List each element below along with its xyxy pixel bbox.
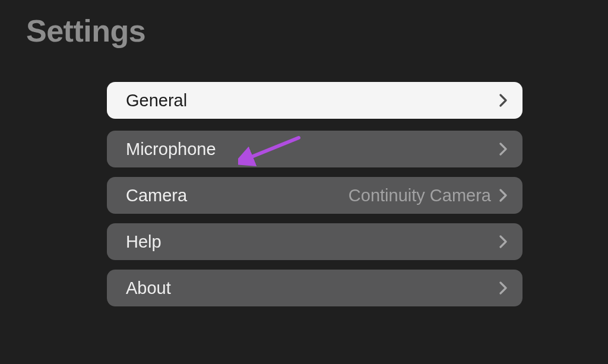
settings-item-label: Help — [126, 232, 162, 252]
settings-item-value: Continuity Camera — [349, 186, 491, 205]
settings-item-right — [499, 281, 507, 295]
chevron-right-icon — [499, 235, 507, 248]
chevron-right-icon — [499, 143, 507, 156]
chevron-right-icon — [499, 94, 507, 107]
settings-list: General Microphone Camera Continuity Cam… — [107, 82, 522, 316]
settings-item-general[interactable]: General — [107, 82, 522, 119]
settings-item-label: Camera — [126, 186, 187, 205]
settings-item-microphone[interactable]: Microphone — [107, 131, 522, 167]
settings-item-right — [499, 94, 507, 107]
settings-item-label: Microphone — [126, 140, 216, 159]
settings-item-label: General — [126, 91, 187, 110]
settings-item-right: Continuity Camera — [349, 186, 507, 205]
settings-item-label: About — [126, 278, 171, 298]
settings-item-about[interactable]: About — [107, 270, 522, 306]
chevron-right-icon — [499, 281, 507, 295]
settings-item-help[interactable]: Help — [107, 223, 522, 260]
chevron-right-icon — [499, 189, 507, 202]
settings-item-camera[interactable]: Camera Continuity Camera — [107, 177, 522, 214]
page-title: Settings — [26, 13, 145, 49]
settings-item-right — [499, 143, 507, 156]
settings-item-right — [499, 235, 507, 248]
